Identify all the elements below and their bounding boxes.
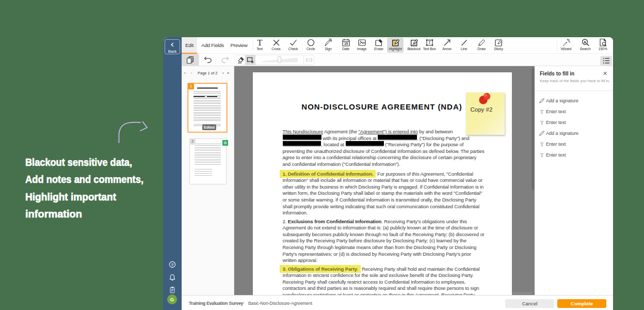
svg-text:Add notes and comments,: Add notes and comments, — [25, 173, 143, 185]
svg-text:T: T — [257, 38, 263, 47]
svg-text:T: T — [540, 152, 544, 158]
svg-text:A: A — [583, 40, 586, 44]
svg-text:T: T — [540, 141, 544, 147]
svg-text:information: information — [25, 208, 82, 220]
svg-text:T: T — [540, 119, 544, 126]
svg-text:T: T — [540, 109, 544, 115]
svg-text:?: ? — [171, 262, 174, 267]
svg-text:T: T — [428, 40, 431, 45]
svg-text:Blackout sensitive data,: Blackout sensitive data, — [25, 156, 132, 168]
svg-text:Highlight important: Highlight important — [25, 191, 116, 203]
svg-text:15: 15 — [344, 42, 348, 45]
